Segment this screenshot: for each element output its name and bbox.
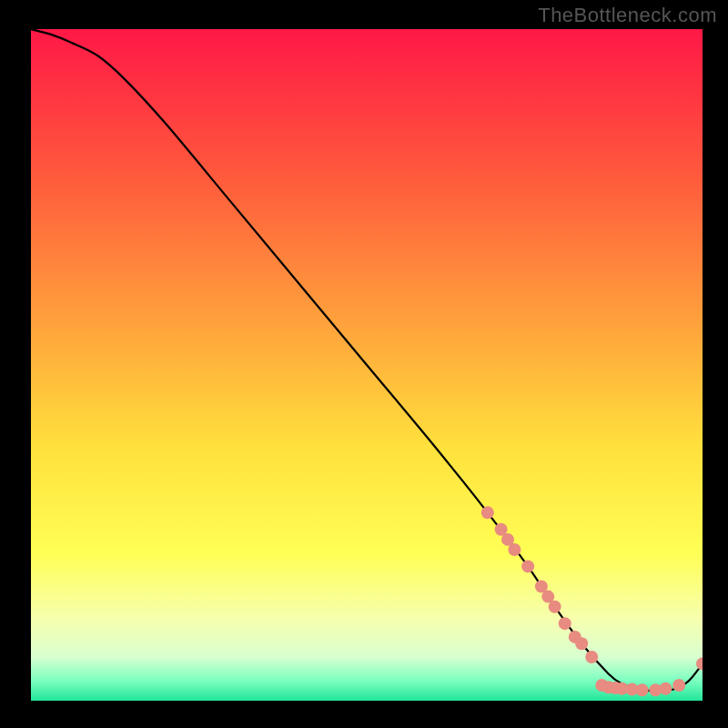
marker-dot <box>549 601 561 613</box>
marker-dot <box>659 682 672 695</box>
chart-svg <box>31 29 703 701</box>
plot-area <box>31 29 703 701</box>
marker-dot <box>585 651 598 663</box>
marker-dot <box>575 637 588 650</box>
marker-dot <box>636 683 649 696</box>
marker-dot <box>672 679 685 692</box>
watermark-text: TheBottleneck.com <box>538 4 717 27</box>
marker-dot <box>559 617 571 630</box>
marker-dot <box>508 543 521 556</box>
marker-dot <box>521 560 534 572</box>
chart-frame: TheBottleneck.com <box>0 0 728 728</box>
marker-dot <box>481 506 494 519</box>
